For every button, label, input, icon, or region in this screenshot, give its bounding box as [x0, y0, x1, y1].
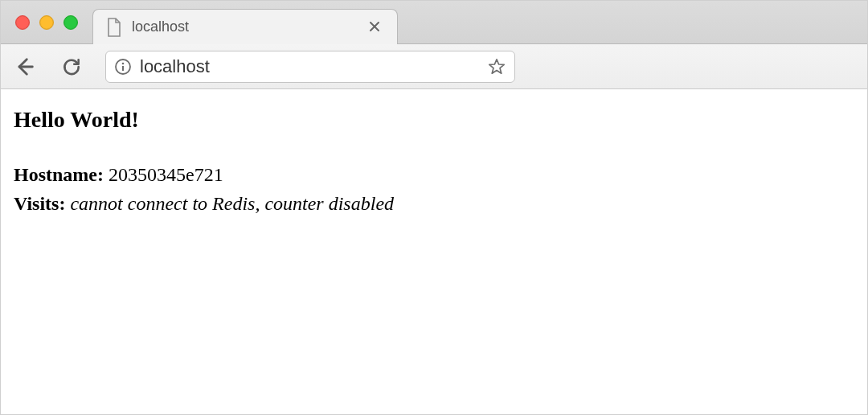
reload-button[interactable]: [59, 54, 84, 80]
address-bar[interactable]: localhost: [105, 51, 515, 83]
back-button[interactable]: [12, 54, 38, 80]
window-controls: [1, 1, 92, 43]
tab-title: localhost: [132, 18, 355, 35]
tabstrip-empty: [398, 8, 867, 43]
window-close-button[interactable]: [15, 15, 30, 30]
hostname-value: 20350345e721: [108, 164, 223, 185]
file-icon: [106, 18, 122, 37]
page-heading: Hello World!: [14, 107, 854, 133]
svg-rect-2: [122, 66, 124, 71]
visits-label: Visits:: [14, 193, 65, 214]
browser-toolbar: localhost: [1, 44, 867, 89]
site-info-icon[interactable]: [114, 58, 132, 76]
url-text: localhost: [140, 56, 479, 77]
tab-strip: localhost: [1, 1, 867, 44]
window-maximize-button[interactable]: [63, 15, 78, 30]
browser-tab[interactable]: localhost: [92, 9, 398, 44]
hostname-line: Hostname: 20350345e721: [14, 160, 854, 189]
hostname-label: Hostname:: [14, 164, 104, 185]
visits-line: Visits: cannot connect to Redis, counter…: [14, 189, 854, 218]
bookmark-star-icon[interactable]: [487, 57, 506, 76]
page-content: Hello World! Hostname: 20350345e721 Visi…: [1, 89, 867, 414]
browser-window: localhost: [0, 0, 868, 415]
visits-value: cannot connect to Redis, counter disable…: [70, 193, 394, 214]
close-icon[interactable]: [365, 17, 384, 38]
window-minimize-button[interactable]: [39, 15, 54, 30]
svg-point-1: [122, 62, 125, 64]
